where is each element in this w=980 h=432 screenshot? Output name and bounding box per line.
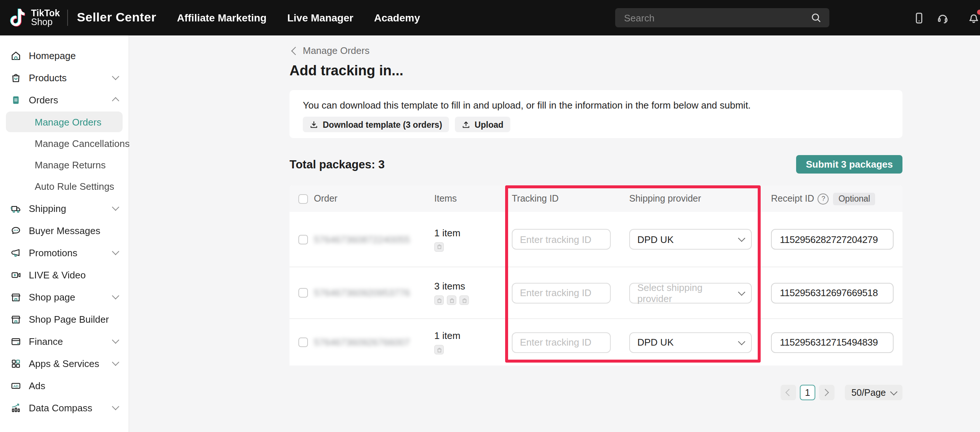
shipping-provider-placeholder: Select shipping provider	[637, 282, 739, 304]
nav-affiliate-marketing[interactable]: Affiliate Marketing	[177, 12, 267, 24]
sidebar-item-manage-returns[interactable]: Manage Returns	[6, 154, 123, 175]
sidebar-item-products[interactable]: Products	[0, 67, 129, 89]
receipt-id-value: 1152956312697669518	[780, 287, 878, 299]
shipping-provider-select[interactable]: DPD UK	[629, 332, 752, 353]
page-size-value: 50/Page	[851, 388, 886, 398]
mobile-app-icon[interactable]	[912, 11, 925, 24]
sidebar-item-label: Homepage	[29, 50, 118, 61]
sidebar-item-ads[interactable]: AD Ads	[0, 375, 129, 397]
page-size-select[interactable]: 50/Page	[845, 385, 902, 400]
receipt-id-value: 1152956312715494839	[780, 337, 878, 348]
row-checkbox[interactable]	[298, 235, 308, 244]
tracking-id-input[interactable]: Enter tracking ID	[512, 229, 611, 249]
sidebar-item-shop-page[interactable]: Shop page	[0, 286, 129, 308]
ad-icon: AD	[10, 380, 21, 391]
nav-live-manager[interactable]: Live Manager	[287, 12, 353, 24]
sidebar-item-orders[interactable]: Orders	[0, 89, 129, 111]
receipt-id-input[interactable]: 1152956312715494839	[771, 332, 894, 353]
chevron-down-icon	[112, 403, 119, 410]
items-count-label: 1 item	[434, 330, 460, 341]
page-title: Add tracking in...	[290, 63, 902, 79]
sidebar-item-live-video[interactable]: LIVE & Video	[0, 264, 129, 286]
submit-button-label: Submit 3 packages	[806, 159, 893, 170]
sidebar-item-buyer-messages[interactable]: Buyer Messages	[0, 219, 129, 241]
total-packages-label: Total packages: 3	[290, 158, 385, 171]
notification-badge	[977, 10, 980, 15]
breadcrumb-back[interactable]: Manage Orders	[293, 45, 902, 56]
support-headset-icon[interactable]	[936, 11, 949, 24]
upload-icon	[461, 120, 470, 129]
row-checkbox[interactable]	[298, 337, 308, 347]
sidebar-item-apps-services[interactable]: Apps & Services	[0, 352, 129, 375]
sidebar-item-shipping[interactable]: Shipping	[0, 197, 129, 219]
sidebar-item-promotions[interactable]: Promotions	[0, 241, 129, 264]
notifications-bell-icon[interactable]	[967, 11, 980, 24]
breadcrumb-label: Manage Orders	[303, 45, 370, 56]
item-thumbnails	[434, 242, 444, 251]
sidebar-subitem-label: Manage Cancellations	[35, 138, 130, 149]
product-thumbnail	[434, 295, 444, 305]
sidebar-item-homepage[interactable]: Homepage	[0, 44, 129, 67]
pagination: 1 50/Page	[290, 385, 902, 400]
order-id-blurred: 576467360926766007	[314, 337, 410, 348]
logo-line1: TikTok	[31, 9, 60, 18]
receipt-id-input[interactable]: 1152956312697669518	[771, 283, 894, 303]
shipping-provider-value: DPD UK	[637, 234, 673, 245]
receipt-id-input[interactable]: 1152956282727204279	[771, 229, 894, 249]
chevron-down-icon	[738, 338, 745, 345]
tiktok-shop-logo[interactable]: TikTok Shop	[10, 8, 60, 27]
prev-page-button[interactable]	[781, 385, 796, 400]
sidebar-item-auto-rule-settings[interactable]: Auto Rule Settings	[6, 176, 123, 197]
column-shipping-provider: Shipping provider	[629, 194, 701, 204]
tracking-placeholder: Enter tracking ID	[520, 287, 592, 299]
orders-submenu: Manage Orders Manage Cancellations Manag…	[0, 111, 129, 197]
sidebar-item-manage-orders[interactable]: Manage Orders	[6, 111, 123, 132]
current-page-button[interactable]: 1	[800, 385, 815, 400]
column-tracking-id: Tracking ID	[512, 194, 559, 204]
shipping-provider-select[interactable]: Select shipping provider	[629, 283, 752, 303]
orders-icon	[10, 94, 21, 105]
download-template-button[interactable]: Download template (3 orders)	[303, 117, 449, 132]
sidebar-item-manage-cancellations[interactable]: Manage Cancellations	[6, 133, 123, 154]
column-order: Order	[314, 194, 337, 204]
select-all-checkbox[interactable]	[298, 194, 308, 203]
chevron-right-icon	[822, 389, 829, 396]
chevron-down-icon	[112, 292, 119, 299]
sidebar-item-label: Shop Page Builder	[29, 313, 118, 324]
sidebar-subitem-label: Manage Returns	[35, 159, 106, 170]
search-placeholder: Search	[624, 12, 810, 23]
nav-academy[interactable]: Academy	[374, 12, 420, 24]
search-input[interactable]: Search	[615, 8, 829, 27]
sidebar-item-data-compass[interactable]: Data Compass	[0, 397, 129, 419]
sidebar-item-label: Apps & Services	[29, 358, 113, 369]
sidebar-item-shop-page-builder[interactable]: Shop Page Builder	[0, 308, 129, 330]
upload-button[interactable]: Upload	[455, 117, 510, 132]
grid-icon	[10, 358, 21, 369]
optional-badge: Optional	[834, 192, 875, 205]
tracking-id-input[interactable]: Enter tracking ID	[512, 332, 611, 353]
chat-icon	[10, 225, 21, 236]
chevron-down-icon	[112, 248, 119, 255]
chevron-down-icon	[738, 288, 745, 295]
next-page-button[interactable]	[819, 385, 835, 400]
chart-icon	[10, 402, 21, 413]
chevron-down-icon	[738, 235, 745, 241]
tiktok-note-icon	[10, 8, 26, 27]
chevron-down-icon	[112, 359, 119, 366]
items-count-label: 3 items	[434, 281, 465, 292]
sidebar-item-label: Buyer Messages	[29, 225, 118, 236]
tracking-id-input[interactable]: Enter tracking ID	[512, 283, 611, 303]
template-info-card: You can download this template to fill i…	[290, 90, 902, 138]
sidebar-item-finance[interactable]: Finance	[0, 330, 129, 352]
topbar-divider	[67, 10, 68, 26]
row-checkbox[interactable]	[298, 288, 308, 298]
megaphone-icon	[10, 247, 21, 258]
submit-packages-button[interactable]: Submit 3 packages	[796, 155, 902, 173]
products-icon	[10, 72, 21, 83]
topbar-nav: Affiliate Marketing Live Manager Academy	[177, 12, 420, 24]
help-question-icon[interactable]: ?	[818, 193, 829, 204]
table-row: 576467360872240055 1 item	[290, 212, 902, 267]
shipping-provider-select[interactable]: DPD UK	[629, 229, 752, 249]
main-area: Manage Orders Add tracking in... You can…	[129, 35, 980, 432]
sidebar-item-label: Orders	[29, 94, 113, 105]
